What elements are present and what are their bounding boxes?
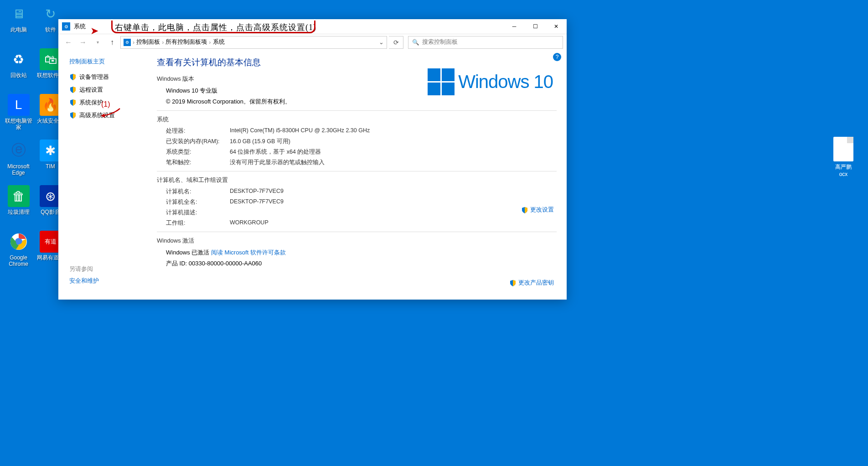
desktop-icon-trash-clean[interactable]: 🗑垃圾清理 <box>4 185 33 215</box>
chevron-right-icon: › <box>133 39 134 46</box>
annotation-arrow2-icon <box>100 108 121 118</box>
info-row: 系统类型:64 位操作系统，基于 x64 的处理器 <box>166 148 557 156</box>
activation-section-title: Windows 激活 <box>157 237 557 245</box>
windows-logo: Windows 10 <box>428 68 553 95</box>
change-product-key-link[interactable]: 更改产品密钥 <box>509 279 554 287</box>
system-section-title: 系统 <box>157 115 557 124</box>
app-icon: ⚙ <box>62 22 70 31</box>
info-row: 笔和触控:没有可用于此显示器的笔或触控输入 <box>166 159 557 166</box>
computer-section-title: 计算机名、域和工作组设置 <box>157 176 557 184</box>
shield-icon <box>509 280 517 287</box>
search-input[interactable]: 🔍 搜索控制面板 <box>408 36 563 49</box>
product-id: 产品 ID: 00330-80000-00000-AA060 <box>166 259 557 268</box>
close-button[interactable]: ✕ <box>546 19 567 34</box>
breadcrumb-item[interactable]: 控制面板 <box>136 38 160 46</box>
info-row: 处理器:Intel(R) Core(TM) i5-8300H CPU @ 2.3… <box>166 127 557 135</box>
chevron-right-icon: › <box>209 39 211 46</box>
system-window: ⚙ 系统 ─ ☐ ✕ ← → ▾ ↑ ⚙ › 控制面板 › 所有控制面板项 › … <box>58 19 567 300</box>
sidebar: 控制面板主页 设备管理器 远程设置 系统保护 高级系统设置 另请参阅 安全和维护 <box>58 50 150 300</box>
forward-button[interactable]: → <box>77 36 89 49</box>
control-panel-home-link[interactable]: 控制面板主页 <box>69 57 150 66</box>
shield-icon <box>69 86 77 93</box>
shield-icon <box>69 73 77 81</box>
maximize-button[interactable]: ☐ <box>525 19 546 34</box>
breadcrumb-item[interactable]: 系统 <box>213 38 225 46</box>
sidebar-item-remote[interactable]: 远程设置 <box>69 86 150 94</box>
help-icon[interactable]: ? <box>553 53 561 61</box>
annotation-arrow-icon: ➤ <box>90 25 98 37</box>
minimize-button[interactable]: ─ <box>504 19 525 34</box>
back-button[interactable]: ← <box>62 36 75 49</box>
info-row: 工作组:WORKGROUP <box>166 219 557 227</box>
desktop-icon-chrome[interactable]: Google Chrome <box>4 231 33 268</box>
desktop-icon-this-pc[interactable]: 🖥此电脑 <box>4 3 33 33</box>
license-terms-link[interactable]: 阅读 Microsoft 软件许可条款 <box>211 249 286 256</box>
shield-icon <box>521 207 528 214</box>
breadcrumb-item[interactable]: 所有控制面板项 <box>165 38 207 46</box>
desktop-icon-document[interactable]: 高严鹏 ocx <box>830 137 857 177</box>
control-panel-icon: ⚙ <box>124 39 131 46</box>
refresh-button[interactable]: ⟳ <box>389 36 403 49</box>
breadcrumb-dropdown[interactable]: ⌄ <box>379 39 384 46</box>
desktop-icon-recycle[interactable]: ♻回收站 <box>4 48 33 78</box>
chevron-right-icon: › <box>162 39 164 46</box>
see-also-label: 另请参阅 <box>69 265 150 273</box>
breadcrumb[interactable]: ⚙ › 控制面板 › 所有控制面板项 › 系统 ⌄ <box>120 36 387 49</box>
annotation-text: 右键单击，此电脑，点击属性，点击高级系统设置(1) <box>113 22 318 33</box>
copyright: © 2019 Microsoft Corporation。保留所有权利。 <box>166 98 557 106</box>
up-button[interactable]: ↑ <box>106 36 119 49</box>
main-content: ? 查看有关计算机的基本信息 Windows 版本 Windows 10 专业版… <box>150 50 567 300</box>
info-row: 计算机名:DESKTOP-7F7VEC9 <box>166 188 557 196</box>
desktop-icon-lenovo-mgr[interactable]: L联想电脑管家 <box>4 94 33 131</box>
search-placeholder: 搜索控制面板 <box>422 38 458 46</box>
security-maintenance-link[interactable]: 安全和维护 <box>69 277 150 285</box>
shield-icon <box>69 112 77 119</box>
desktop-icon-edge[interactable]: ⓔMicrosoft Edge <box>4 140 33 176</box>
nav-row: ← → ▾ ↑ ⚙ › 控制面板 › 所有控制面板项 › 系统 ⌄ ⟳ 🔍 搜索… <box>58 34 567 50</box>
search-icon: 🔍 <box>412 39 419 46</box>
recent-dropdown[interactable]: ▾ <box>91 36 104 49</box>
window-title: 系统 <box>74 22 86 31</box>
info-row: 已安装的内存(RAM):16.0 GB (15.9 GB 可用) <box>166 138 557 145</box>
info-row: 计算机描述: <box>166 209 557 217</box>
info-row: 计算机全名:DESKTOP-7F7VEC9 <box>166 198 557 206</box>
activation-status: Windows 已激活 <box>166 249 211 256</box>
page-heading: 查看有关计算机的基本信息 <box>157 57 557 68</box>
shield-icon <box>69 99 77 106</box>
change-settings-link[interactable]: 更改设置 <box>521 206 554 214</box>
sidebar-item-device-manager[interactable]: 设备管理器 <box>69 73 150 81</box>
